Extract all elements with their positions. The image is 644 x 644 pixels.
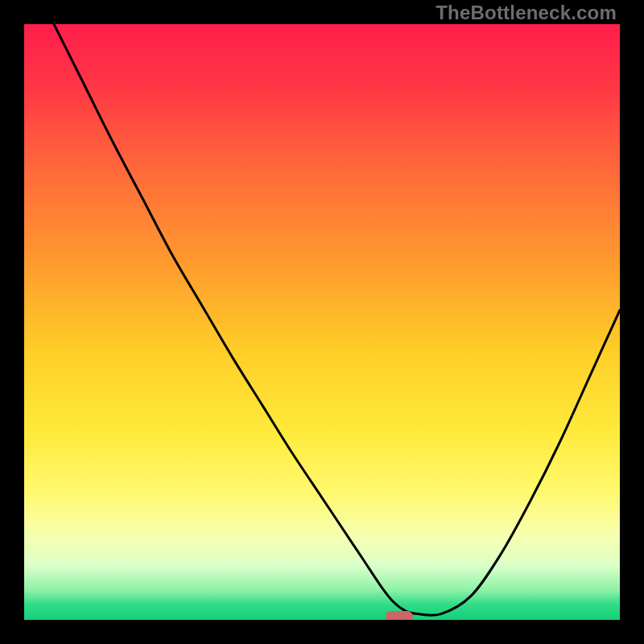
bottleneck-chart <box>24 24 620 620</box>
plot-area <box>24 24 620 620</box>
gradient-background <box>24 24 620 620</box>
watermark-text: TheBottleneck.com <box>436 2 617 24</box>
optimal-marker <box>386 611 413 620</box>
chart-frame: TheBottleneck.com <box>0 0 644 644</box>
